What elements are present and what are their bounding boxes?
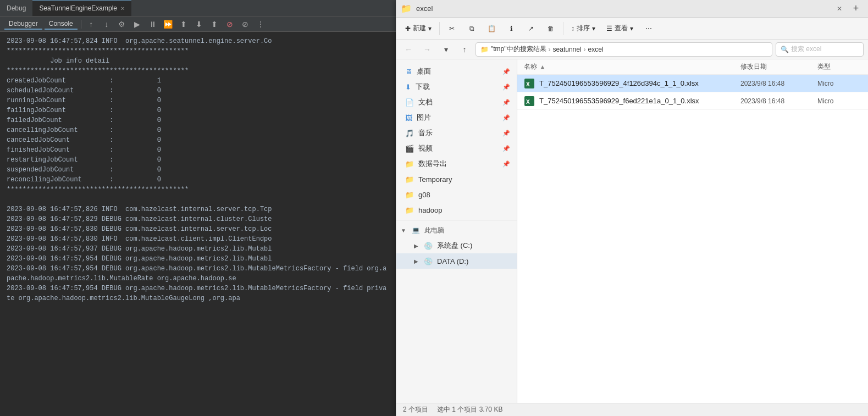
fm-sidebar: 🖥 桌面 📌 ⬇ 下载 📌 📄 文档 📌 🖼 图片 📌 🎵 音乐	[396, 59, 517, 403]
toolbar-sep-1	[439, 22, 440, 35]
fm-toolbar: ✚ 新建 ▾ ✂ ⧉ 📋 ℹ ↗ 🗑 ↕ 排序 ▾ ☰	[396, 18, 868, 40]
step-into-btn[interactable]: ⬆	[177, 18, 190, 31]
file-row-2[interactable]: X T_752450196553596929_f6ed221e1a_0_1_0.…	[517, 92, 868, 110]
run-to-cursor-btn[interactable]: ⬆	[208, 18, 221, 31]
dropdown-button[interactable]: ▾	[438, 42, 454, 57]
console-output: 2023-09-08 16:47:57,824 INFO org.apache.…	[0, 32, 396, 416]
sidebar-item-video[interactable]: 🎬 视频 📌	[396, 141, 517, 156]
pin-icon-picture: 📌	[502, 114, 510, 121]
sidebar-item-export[interactable]: 📁 数据导出 📌	[396, 156, 517, 171]
tab-debugger[interactable]: Debugger	[4, 19, 42, 30]
picture-icon: 🖼	[405, 114, 412, 122]
sidebar-item-music[interactable]: 🎵 音乐 📌	[396, 125, 517, 141]
back-button[interactable]: ←	[401, 42, 416, 57]
new-button[interactable]: ✚ 新建 ▾	[401, 20, 436, 37]
new-tab-button[interactable]: +	[848, 1, 864, 16]
scroll-down-btn[interactable]: ↓	[100, 18, 113, 31]
step-over-btn[interactable]: ⏩	[162, 18, 175, 31]
col-date: 修改日期	[740, 62, 817, 71]
up-button[interactable]: ↑	[457, 42, 472, 57]
cut-button[interactable]: ✂	[443, 20, 461, 37]
sidebar-item-sysdisk[interactable]: ▶ 💿 系统盘 (C:)	[396, 238, 517, 253]
resume-btn[interactable]: ▶	[131, 18, 144, 31]
share-button[interactable]: ↗	[522, 20, 540, 37]
file-date-1: 2023/9/8 16:48	[740, 80, 817, 87]
more-icon: ⋯	[645, 25, 652, 32]
new-icon: ✚	[405, 25, 411, 32]
breadcrumb[interactable]: 📁 "tmp"中的搜索结果 › seatunnel › excel	[476, 42, 772, 57]
file-name-1: T_752450196553596929_4f126d394c_1_1_0.xl…	[539, 79, 740, 87]
pause-btn[interactable]: ⏸	[146, 18, 159, 31]
sidebar-item-doc[interactable]: 📄 文档 📌	[396, 95, 517, 110]
sidebar-label-g08: g08	[418, 191, 430, 199]
copy-button[interactable]: ⧉	[463, 20, 480, 37]
file-type-1: Micro	[817, 80, 861, 87]
sidebar-item-datadisk[interactable]: ▶ 💿 DATA (D:)	[396, 253, 517, 269]
file-name-2: T_752450196553596929_f6ed221e1a_0_1_0.xl…	[539, 97, 740, 105]
new-label: 新建	[413, 24, 426, 33]
sidebar-item-download[interactable]: ⬇ 下载 📌	[396, 79, 517, 95]
sidebar-item-pc[interactable]: ▼ 💻 此电脑	[396, 223, 517, 238]
more-options-button[interactable]: ⋯	[640, 20, 657, 37]
sidebar-item-g08[interactable]: 📁 g08	[396, 187, 517, 202]
pin-icon-desktop: 📌	[502, 68, 510, 75]
expand-icon-sysdisk: ▶	[414, 243, 418, 249]
sidebar-item-picture[interactable]: 🖼 图片 📌	[396, 110, 517, 125]
new-arrow-icon: ▾	[428, 25, 432, 32]
sidebar-label-datadisk: DATA (D:)	[437, 257, 468, 265]
g08-icon: 📁	[405, 191, 414, 199]
col-name-label: 名称	[524, 62, 537, 71]
paste-button[interactable]: 📋	[483, 20, 500, 37]
col-type: 类型	[817, 62, 861, 71]
tab-console[interactable]: Console	[45, 19, 78, 30]
sort-button[interactable]: ↕ 排序 ▾	[567, 20, 600, 37]
sidebar-label-doc: 文档	[418, 97, 433, 107]
toolbar-sep-2	[563, 22, 563, 35]
delete-button[interactable]: 🗑	[542, 20, 560, 37]
sort-arrow-icon: ▾	[592, 25, 595, 32]
status-total: 2 个项目	[403, 405, 428, 414]
breadcrumb-part2: seatunnel	[553, 46, 582, 53]
sidebar-item-hadoop[interactable]: 📁 hadoop	[396, 202, 517, 218]
sort-label: 排序	[577, 24, 590, 33]
view-button[interactable]: ☰ 查看 ▾	[602, 20, 638, 37]
rename-button[interactable]: ℹ	[502, 20, 520, 37]
tab-debug[interactable]: Debug	[0, 0, 32, 16]
sidebar-label-hadoop: hadoop	[418, 206, 442, 214]
sidebar-item-desktop[interactable]: 🖥 桌面 📌	[396, 64, 517, 79]
col-name: 名称 ▲	[524, 62, 740, 71]
stop-btn[interactable]: ⊘	[223, 18, 236, 31]
svg-text:X: X	[526, 99, 530, 105]
more-btn[interactable]: ⋮	[254, 18, 267, 31]
forward-button[interactable]: →	[419, 42, 435, 57]
view-arrow-icon: ▾	[630, 25, 633, 32]
ide-toolbar: Debugger Console ↑ ↓ ⚙ ▶ ⏸ ⏩ ⬆ ⬇ ⬆ ⊘ ⊘ ⋮	[0, 16, 396, 32]
pin-icon-doc: 📌	[502, 99, 510, 106]
sidebar-item-temporary[interactable]: 📁 Temporary	[396, 171, 517, 187]
music-icon: 🎵	[405, 129, 414, 137]
sidebar-label-sysdisk: 系统盘 (C:)	[437, 241, 472, 251]
breadcrumb-sep-2: ›	[584, 46, 586, 53]
sidebar-label-music: 音乐	[418, 128, 433, 138]
pc-icon: 💻	[412, 226, 420, 234]
settings-icon[interactable]: ⚙	[115, 18, 129, 31]
excel-icon-1: X	[524, 78, 535, 89]
fm-addressbar: ← → ▾ ↑ 📁 "tmp"中的搜索结果 › seatunnel › exce…	[396, 40, 868, 59]
fm-statusbar: 2 个项目 选中 1 个项目 3.70 KB	[396, 403, 868, 416]
scroll-up-btn[interactable]: ↑	[85, 18, 98, 31]
tab-seatunnel[interactable]: SeaTunnelEngineExample ✕	[32, 0, 131, 16]
breadcrumb-folder-icon: 📁	[480, 46, 489, 53]
datadisk-icon: 💿	[424, 257, 433, 265]
copy-icon: ⧉	[469, 25, 474, 32]
search-box[interactable]: 🔍 搜索 excel	[776, 42, 864, 57]
sidebar-sep	[396, 220, 517, 220]
file-row-1[interactable]: X T_752450196553596929_4f126d394c_1_1_0.…	[517, 75, 868, 92]
folder-title-icon: 📁	[401, 3, 412, 14]
sysdisk-icon: 💿	[424, 242, 433, 250]
disconnect-btn[interactable]: ⊘	[239, 18, 252, 31]
close-window-button[interactable]: ✕	[835, 4, 844, 13]
video-icon: 🎬	[405, 145, 414, 153]
close-icon[interactable]: ✕	[120, 5, 125, 12]
cut-icon: ✂	[449, 25, 455, 32]
step-out-btn[interactable]: ⬇	[192, 18, 206, 31]
